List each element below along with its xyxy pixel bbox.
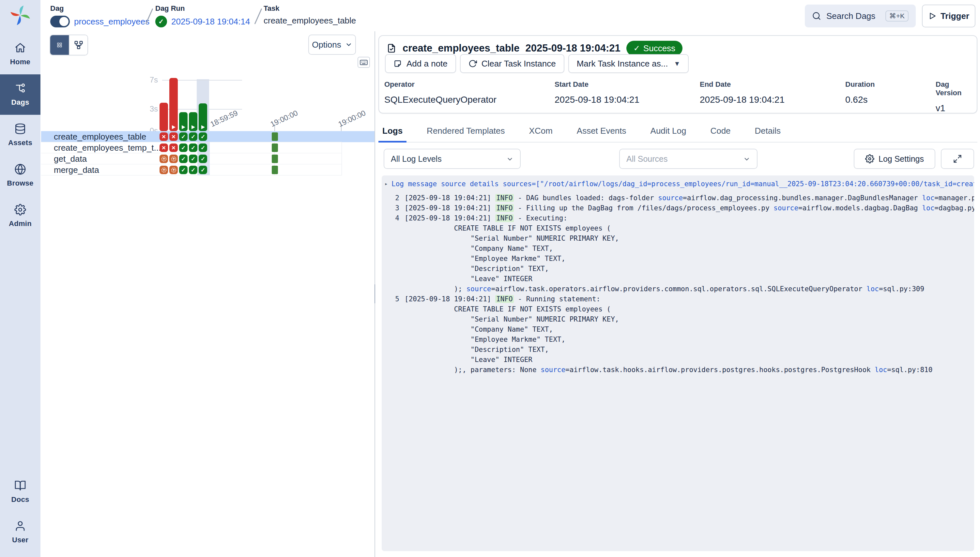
browse-icon (15, 163, 26, 175)
task-instance-square-success[interactable]: ✓ (189, 132, 197, 141)
meta-value: SQLExecuteQueryOperator (384, 94, 497, 105)
task-instance-square-upstream_failed[interactable] (169, 166, 178, 174)
log-line: ); source=airflow.task.operators.airflow… (382, 284, 974, 294)
sidebar-item-home[interactable]: Home (0, 34, 41, 74)
tab-code[interactable]: Code (706, 119, 734, 143)
log-line: );, parameters: None source=airflow.task… (382, 365, 974, 375)
search-dags-button[interactable]: Search Dags ⌘+K (805, 5, 916, 28)
task-row[interactable]: get_data✓✓✓ (41, 153, 375, 164)
task-name[interactable]: create_employees_temp_t... (54, 142, 161, 153)
log-level-select[interactable]: All Log Levels (384, 149, 521, 169)
sidebar-item-browse[interactable]: Browse (0, 155, 41, 195)
log-line-text: [2025-09-18 19:04:21] INFO - DAG bundles… (404, 194, 974, 202)
tab-logs[interactable]: Logs (378, 119, 406, 143)
task-instance-square-success[interactable]: ✓ (189, 155, 197, 163)
sidebar-item-admin[interactable]: Admin (0, 195, 41, 236)
task-instance-square-success[interactable]: ✓ (199, 143, 207, 152)
meta-dag-version: Dag Versionv1 (936, 80, 977, 114)
task-instance-square-success[interactable]: ✓ (179, 143, 188, 152)
log-line-number: 5 (384, 295, 399, 303)
trigger-button[interactable]: Trigger (922, 5, 975, 28)
task-row[interactable]: merge_data✓✓✓ (41, 164, 375, 176)
log-output[interactable]: ▸Log message source details sources=["/r… (382, 176, 974, 551)
task-instance-square-success[interactable]: ✓ (189, 143, 197, 152)
log-line-text: "Employee Markme" TEXT, (404, 336, 565, 344)
task-row[interactable]: create_employees_temp_t...✕✕✓✓✓ (41, 142, 375, 153)
task-instance-square-success[interactable]: ✓ (179, 155, 188, 163)
dag-run-duration-bar[interactable] (160, 103, 168, 131)
dag-run-duration-bar[interactable] (189, 112, 197, 131)
task-instance-square-success[interactable]: ✓ (199, 132, 207, 141)
task-name[interactable]: get_data (54, 153, 87, 164)
task-instance-square-failed[interactable]: ✕ (160, 143, 168, 152)
sidebar-item-dags[interactable]: Dags (0, 74, 41, 115)
sidebar-nav-bottom: DocsUser (0, 472, 41, 552)
task-instance-square-upstream_failed[interactable] (160, 155, 168, 163)
sidebar-item-label: Admin (9, 220, 32, 228)
chevron-down-icon (506, 155, 514, 163)
dag-pause-toggle[interactable] (50, 16, 70, 28)
task-instance-square-success[interactable] (272, 166, 278, 174)
search-icon (812, 11, 821, 21)
home-icon (15, 42, 26, 54)
fullscreen-button[interactable] (941, 149, 974, 169)
log-line-text: );, parameters: None source=airflow.task… (404, 366, 933, 374)
user-icon (15, 520, 26, 532)
tab-rendered-templates[interactable]: Rendered Templates (423, 119, 509, 143)
log-segment: source (773, 204, 798, 212)
meta-label: End Date (700, 80, 784, 89)
task-instance-square-failed[interactable]: ✕ (160, 132, 168, 141)
dags-icon (15, 83, 26, 94)
task-instance-square-upstream_failed[interactable] (160, 166, 168, 174)
task-instance-square-success[interactable]: ✓ (179, 132, 188, 141)
task-instance-square-failed[interactable]: ✕ (169, 132, 178, 141)
log-source-select[interactable]: All Sources (619, 149, 758, 169)
task-instance-square-success[interactable]: ✓ (199, 155, 207, 163)
sidebar-item-user[interactable]: User (0, 512, 41, 552)
task-instance-square-success[interactable] (272, 155, 278, 163)
sidebar-item-docs[interactable]: Docs (0, 472, 41, 512)
breadcrumb-dag-link[interactable]: process_employees (74, 16, 149, 27)
breadcrumb-dag-run-link[interactable]: 2025-09-18 19:04:14 (171, 16, 250, 27)
log-line-text: [2025-09-18 19:04:21] INFO - Filling up … (404, 204, 974, 212)
tab-details[interactable]: Details (751, 119, 784, 143)
task-instance-square-success[interactable]: ✓ (189, 166, 197, 174)
log-line-text: "Description" TEXT, (404, 346, 549, 353)
tab-xcom[interactable]: XCom (525, 119, 556, 143)
log-line-text: CREATE TABLE IF NOT EXISTS employees ( (404, 224, 611, 232)
x-axis-label: 18:59:59 (209, 109, 240, 129)
meta-label: Operator (384, 80, 497, 89)
task-instance-square-success[interactable]: ✓ (199, 166, 207, 174)
airflow-logo-icon[interactable] (10, 5, 31, 26)
log-collapse-icon[interactable]: ▸ (385, 181, 391, 187)
task-name[interactable]: create_employees_table (54, 131, 146, 142)
log-segment: CREATE TABLE IF NOT EXISTS employees ( (404, 224, 611, 232)
breadcrumb-dag-run-label: Dag Run (155, 4, 250, 13)
dag-run-duration-bar[interactable] (179, 112, 188, 131)
breadcrumb-task: Task create_employees_table (264, 4, 356, 26)
task-instance-square-success[interactable] (272, 132, 278, 141)
log-segment: ); (404, 285, 466, 293)
task-instance-header-card: create_employees_table 2025-09-18 19:04:… (378, 35, 977, 114)
dag-run-duration-bar[interactable] (169, 78, 178, 131)
task-instance-square-success[interactable] (272, 143, 278, 152)
dag-run-duration-bar[interactable] (199, 103, 207, 131)
task-row[interactable]: create_employees_table✕✕✓✓✓ (41, 131, 375, 142)
task-instance-square-failed[interactable]: ✕ (169, 143, 178, 152)
log-segment: CREATE TABLE IF NOT EXISTS employees ( (404, 305, 611, 313)
log-segment: =airflow.task.hooks.airflow.providers.po… (565, 366, 875, 374)
task-instance-square-upstream_failed[interactable] (169, 155, 178, 163)
manual-run-indicator-icon (172, 125, 176, 129)
log-settings-button[interactable]: Log Settings (854, 149, 935, 169)
gear-icon (865, 154, 874, 163)
log-segment: - Executing: (514, 214, 567, 222)
task-instance-square-success[interactable]: ✓ (179, 166, 188, 174)
log-segment: - Running statement: (514, 295, 601, 303)
log-line: "Company Name" TEXT, (382, 243, 974, 253)
sidebar-item-assets[interactable]: Assets (0, 115, 41, 155)
log-line: "Company Name" TEXT, (382, 324, 974, 334)
tab-audit-log[interactable]: Audit Log (647, 119, 690, 143)
tab-asset-events[interactable]: Asset Events (573, 119, 630, 143)
log-segment: [2025-09-18 19:04:21] (404, 204, 495, 212)
task-name[interactable]: merge_data (54, 164, 99, 176)
